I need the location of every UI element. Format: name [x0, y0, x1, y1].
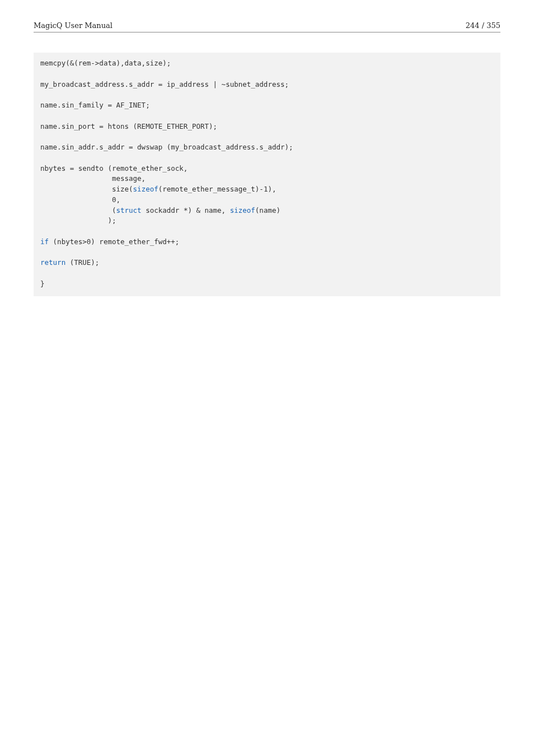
code-part: size(: [40, 185, 133, 193]
keyword-sizeof: sizeof: [230, 206, 255, 214]
code-line: );: [40, 216, 116, 225]
header-right: 244 / 355: [466, 21, 500, 30]
code-part: (TRUE);: [65, 258, 99, 267]
code-line: 0,: [40, 195, 120, 204]
code-part: (name): [255, 206, 280, 214]
code-line: name.sin_family = AF_INET;: [40, 101, 150, 109]
code-line: name.sin_port = htons (REMOTE_ETHER_PORT…: [40, 122, 217, 130]
code-part: (nbytes>0) remote_ether_fwd++;: [49, 237, 179, 246]
code-line: nbytes = sendto (remote_ether_sock,: [40, 164, 188, 172]
code-part: (remote_ether_message_t)-1),: [158, 185, 277, 193]
keyword-struct: struct: [116, 206, 141, 214]
code-line: memcpy(&(rem->data),data,size);: [40, 59, 171, 67]
header-left: MagicQ User Manual: [34, 21, 113, 30]
keyword-sizeof: sizeof: [133, 185, 158, 193]
page: MagicQ User Manual 244 / 355 memcpy(&(re…: [0, 0, 534, 756]
page-header: MagicQ User Manual 244 / 355: [34, 21, 500, 32]
code-part: sockaddr *) & name,: [142, 206, 230, 214]
keyword-return: return: [40, 258, 65, 267]
code-line: message,: [40, 174, 146, 183]
code-line: }: [40, 279, 45, 288]
code-part: (: [40, 206, 116, 214]
code-block: memcpy(&(rem->data),data,size); my_broad…: [34, 53, 500, 296]
code-line: my_broadcast_address.s_addr = ip_address…: [40, 80, 289, 88]
code-line: name.sin_addr.s_addr = dwswap (my_broadc…: [40, 143, 293, 151]
keyword-if: if: [40, 237, 49, 246]
